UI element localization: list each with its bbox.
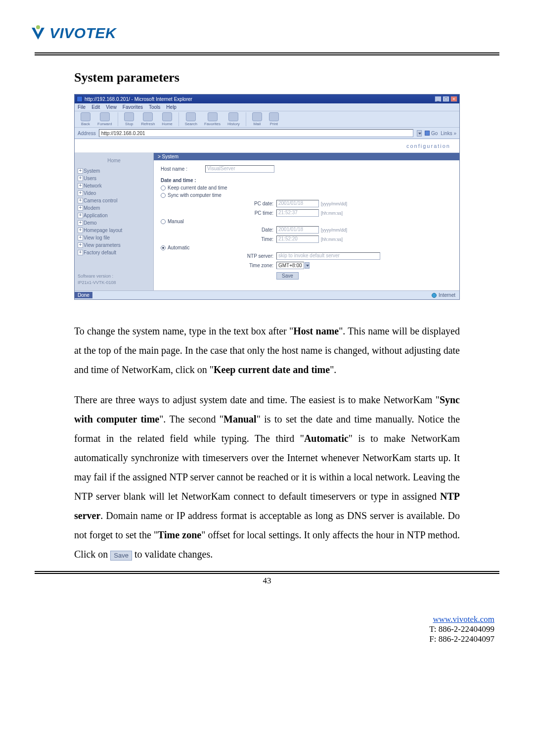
save-inline-button[interactable]: Save <box>110 551 132 561</box>
manual-date-label: Date: <box>212 227 276 233</box>
manual-date-hint: [yyyy/mm/dd] <box>321 228 347 233</box>
sidebar-item-users[interactable]: Users <box>78 175 150 182</box>
ntp-input[interactable]: skip to invoke default server <box>276 252 380 260</box>
opt-auto-label: Automatic <box>168 245 189 250</box>
software-version: Software version : IP21x1-VVTK-0108 <box>78 273 150 285</box>
configuration-label: configuration <box>406 143 450 149</box>
sidebar-item-homepage[interactable]: Homepage layout <box>78 227 150 234</box>
back-icon <box>81 112 90 121</box>
address-label: Address <box>78 131 96 136</box>
status-right: Internet <box>428 292 459 298</box>
history-button[interactable]: History <box>224 112 243 126</box>
menu-help[interactable]: Help <box>166 104 177 110</box>
sidebar-item-network[interactable]: Network <box>78 182 150 189</box>
stop-button[interactable]: Stop <box>121 112 137 126</box>
menu-bar: File Edit View Favorites Tools Help <box>75 103 459 111</box>
radio-keep[interactable] <box>161 186 166 190</box>
radio-manual[interactable] <box>161 219 166 224</box>
mail-button[interactable]: Mail <box>249 112 265 126</box>
menu-tools[interactable]: Tools <box>149 104 160 110</box>
menu-favorites[interactable]: Favorites <box>123 104 143 110</box>
logo-mark-icon <box>30 25 46 42</box>
manual-date-input[interactable]: 2001/01/18 <box>276 226 319 234</box>
radio-sync[interactable] <box>161 193 166 198</box>
pc-time-input[interactable]: 21:52:37 <box>276 209 319 217</box>
refresh-icon <box>143 112 153 121</box>
menu-file[interactable]: File <box>78 104 86 110</box>
address-bar: Address http://192.168.0.201 Go Links » <box>75 128 459 139</box>
history-icon <box>228 112 238 121</box>
paragraph-2: There are three ways to adjust system da… <box>74 390 460 564</box>
menu-edit[interactable]: Edit <box>91 104 100 110</box>
internet-zone-icon <box>432 293 437 298</box>
sidebar-item-demo[interactable]: Demo <box>78 219 150 227</box>
maximize-button[interactable]: □ <box>443 96 449 102</box>
status-left: Done <box>75 292 92 298</box>
footer-link[interactable]: www.vivotek.com <box>433 614 495 624</box>
toolbar: Back Forward Stop Refresh Home Search Fa… <box>75 111 459 128</box>
print-button[interactable]: Print <box>266 112 282 126</box>
tz-label: Time zone: <box>212 263 276 268</box>
go-button[interactable]: Go <box>425 131 438 136</box>
tz-dropdown-icon[interactable] <box>305 262 310 269</box>
footer-fax: F: 886-2-22404097 <box>429 634 494 644</box>
opt-keep-label: Keep current date and time <box>168 185 227 190</box>
host-name-label: Host name : <box>161 166 205 172</box>
radio-automatic[interactable] <box>161 245 166 250</box>
sidebar: Home System Users Network Video Camera c… <box>75 153 154 290</box>
ie-icon <box>77 96 83 102</box>
main-panel: > System Host name : VisualServer Date a… <box>154 153 459 290</box>
opt-manual-label: Manual <box>168 219 184 224</box>
minimize-button[interactable]: _ <box>435 96 442 102</box>
sidebar-item-system[interactable]: System <box>78 167 150 175</box>
sidebar-item-modem[interactable]: Modem <box>78 204 150 212</box>
forward-button[interactable]: Forward <box>94 112 115 126</box>
pc-time-hint: [hh:mm:ss] <box>321 211 343 216</box>
screenshot-window: http://192.168.0.201/ - Microsoft Intern… <box>74 94 460 300</box>
pc-time-label: PC time: <box>212 210 276 216</box>
mail-icon <box>252 112 262 121</box>
logo-text: VIVOTEK <box>49 25 116 42</box>
content-area: configuration Home System Users Network … <box>75 139 459 290</box>
go-icon <box>425 131 430 136</box>
sidebar-item-viewlog[interactable]: View log file <box>78 234 150 241</box>
manual-time-input[interactable]: 21:52:20 <box>276 236 319 243</box>
forward-icon <box>100 112 110 121</box>
manual-time-hint: [hh:mm:ss] <box>321 237 343 242</box>
page-title: System parameters <box>74 70 460 85</box>
home-icon <box>162 112 172 121</box>
sidebar-item-video[interactable]: Video <box>78 189 150 197</box>
pc-date-input[interactable]: 2001/01/18 <box>276 200 319 207</box>
favorites-icon <box>208 112 218 121</box>
host-name-input[interactable]: VisualServer <box>205 165 274 173</box>
date-time-label: Date and time : <box>161 178 196 183</box>
sidebar-item-viewparams[interactable]: View parameters <box>78 241 150 249</box>
close-button[interactable]: × <box>450 96 457 102</box>
status-bar: Done Internet <box>75 290 459 299</box>
back-button[interactable]: Back <box>78 112 93 126</box>
logo: VIVOTEK <box>30 25 499 42</box>
search-button[interactable]: Search <box>182 112 200 126</box>
sidebar-home[interactable]: Home <box>78 158 150 163</box>
manual-time-label: Time: <box>212 236 276 242</box>
address-dropdown-icon[interactable] <box>417 130 422 137</box>
sidebar-item-camera[interactable]: Camera control <box>78 197 150 204</box>
links-button[interactable]: Links » <box>441 131 456 136</box>
save-button[interactable]: Save <box>276 272 299 280</box>
footer-divider <box>35 571 499 574</box>
home-button[interactable]: Home <box>159 112 175 126</box>
tz-select[interactable]: GMT+8:00 <box>276 262 304 269</box>
window-title: http://192.168.0.201/ - Microsoft Intern… <box>85 96 435 102</box>
body-text: To change the system name, type in the t… <box>74 322 460 564</box>
page-footer: www.vivotek.com T: 886-2-22404099 F: 886… <box>0 614 534 644</box>
refresh-button[interactable]: Refresh <box>138 112 158 126</box>
address-input[interactable]: http://192.168.0.201 <box>99 129 413 137</box>
opt-sync-label: Sync with computer time <box>168 192 222 198</box>
sidebar-item-factory[interactable]: Factory default <box>78 249 150 256</box>
sidebar-item-application[interactable]: Application <box>78 212 150 219</box>
ntp-label: NTP server: <box>212 253 276 259</box>
pc-date-hint: [yyyy/mm/dd] <box>321 201 347 206</box>
favorites-button[interactable]: Favorites <box>201 112 223 126</box>
pc-date-label: PC date: <box>212 201 276 206</box>
menu-view[interactable]: View <box>106 104 117 110</box>
